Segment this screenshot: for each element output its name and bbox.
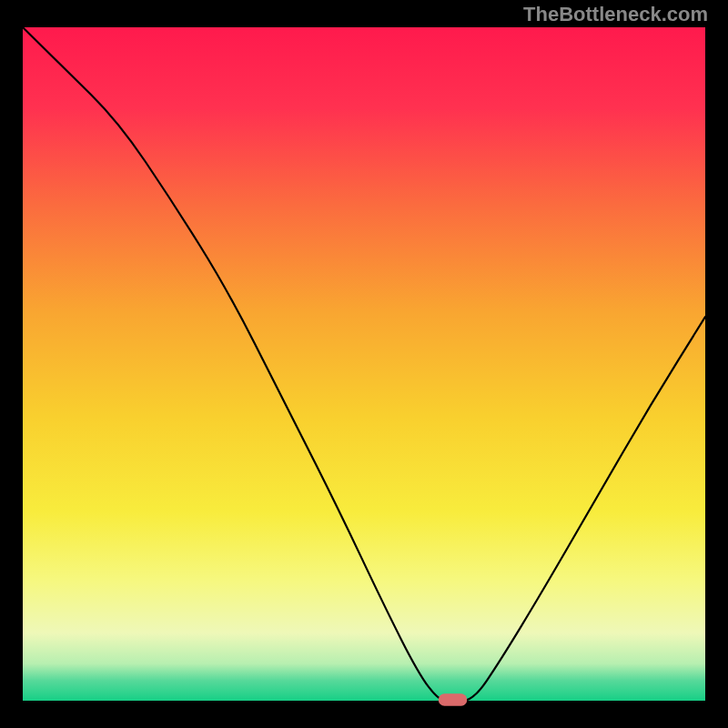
plot-background bbox=[23, 27, 705, 701]
optimal-marker bbox=[439, 693, 468, 705]
bottleneck-curve-chart bbox=[0, 0, 728, 728]
chart-frame: TheBottleneck.com bbox=[0, 0, 728, 728]
